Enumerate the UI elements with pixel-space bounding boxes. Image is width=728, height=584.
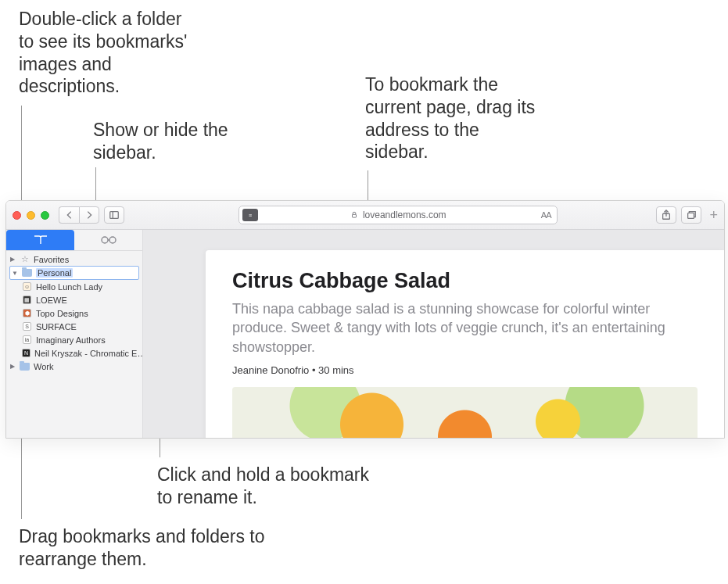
disclosure-triangle-icon[interactable]: ▶ (9, 363, 16, 370)
bookmark-label: LOEWE (36, 296, 67, 305)
bookmark-label: Imaginary Authors (36, 335, 106, 345)
window-controls (13, 211, 49, 220)
bookmark-item[interactable]: ⬢ Topo Designs (6, 306, 142, 320)
bookmark-item[interactable]: ☺ Hello Lunch Lady (6, 280, 142, 293)
svg-rect-2 (352, 214, 356, 217)
article-byline: Jeanine Donofrio • 30 mins (232, 364, 698, 376)
new-tab-button[interactable]: + (709, 207, 718, 224)
maximize-button[interactable] (41, 211, 49, 220)
callout-rearrange: Drag bookmarks and folders to rearrange … (19, 525, 292, 571)
callout-bookmark-drag: To bookmark the current page, drag its a… (365, 73, 545, 163)
address-text: loveandlemons.com (363, 210, 446, 220)
bookmarks-sidebar: ▶ ☆ Favorites ▼ Personal ☺ Hello Lunch L… (6, 230, 143, 438)
minimize-button[interactable] (27, 211, 35, 220)
bookmark-item[interactable]: N Neil Kryszak - Chromatic E… (6, 346, 142, 360)
close-button[interactable] (13, 211, 21, 220)
favicon-icon: S (22, 321, 32, 331)
svg-point-5 (102, 237, 108, 243)
sidebar-folder-personal[interactable]: ▼ Personal (9, 266, 139, 280)
svg-point-6 (109, 237, 116, 243)
bookmark-label: Neil Kryszak - Chromatic E… (34, 349, 142, 358)
svg-rect-4 (688, 213, 694, 218)
favicon-icon: ⬢ (22, 308, 32, 318)
forward-button[interactable] (79, 206, 99, 224)
article-hero-image (232, 387, 698, 438)
reading-list-tab[interactable] (74, 230, 142, 250)
favorites-icon: ☆ (20, 254, 30, 264)
callout-rename: Click and hold a bookmark to rename it. (157, 464, 376, 509)
article-title: Citrus Cabbage Salad (232, 269, 698, 293)
disclosure-triangle-icon[interactable]: ▼ (12, 270, 18, 277)
bookmark-item[interactable]: ▦ LOEWE (6, 293, 142, 306)
callout-show-hide: Show or hide the sidebar. (93, 119, 249, 164)
article-time: 30 mins (318, 364, 354, 376)
folder-label: Favorites (34, 255, 69, 264)
bookmarks-tab[interactable] (6, 230, 74, 250)
favicon-icon: N (22, 348, 30, 358)
bookmarks-list: ▶ ☆ Favorites ▼ Personal ☺ Hello Lunch L… (6, 251, 142, 373)
folder-icon (20, 361, 30, 371)
svg-rect-0 (110, 212, 119, 219)
folder-label-editing[interactable]: Personal (36, 268, 73, 278)
safari-window: ≡ loveandlemons.com AA + (5, 200, 725, 439)
nav-back-forward (59, 206, 99, 224)
sidebar-folder-work[interactable]: ▶ Work (6, 360, 142, 373)
bookmark-label: SURFACE (36, 322, 77, 331)
bookmark-label: Topo Designs (36, 309, 88, 318)
folder-label: Work (34, 362, 53, 371)
bookmark-item[interactable]: ia Imaginary Authors (6, 333, 142, 346)
reader-article: Citrus Cabbage Salad This napa cabbage s… (206, 250, 724, 438)
window-toolbar: ≡ loveandlemons.com AA + (6, 201, 724, 230)
favicon-icon: ▦ (22, 295, 32, 305)
callout-double-click: Double-click a folder to see its bookmar… (19, 8, 199, 98)
article-description: This napa cabbage salad is a stunning sh… (232, 299, 698, 356)
page-content-area[interactable]: Citrus Cabbage Salad This napa cabbage s… (143, 230, 724, 438)
share-button[interactable] (656, 206, 676, 224)
back-button[interactable] (59, 206, 79, 224)
disclosure-triangle-icon[interactable]: ▶ (9, 256, 16, 263)
bookmark-label: Hello Lunch Lady (36, 282, 102, 292)
address-bar[interactable]: ≡ loveandlemons.com AA (238, 206, 558, 224)
text-size-button[interactable]: AA (541, 210, 551, 220)
lock-icon (350, 211, 358, 219)
folder-icon (22, 268, 32, 278)
favicon-icon: ☺ (22, 281, 32, 292)
favicon-icon: ia (22, 335, 32, 345)
sidebar-folder-favorites[interactable]: ▶ ☆ Favorites (6, 253, 142, 266)
article-author: Jeanine Donofrio (232, 364, 309, 376)
tabs-button[interactable] (681, 206, 701, 224)
reader-mode-icon[interactable]: ≡ (242, 209, 258, 221)
bookmark-item[interactable]: S SURFACE (6, 320, 142, 333)
sidebar-toggle-button[interactable] (104, 206, 124, 224)
